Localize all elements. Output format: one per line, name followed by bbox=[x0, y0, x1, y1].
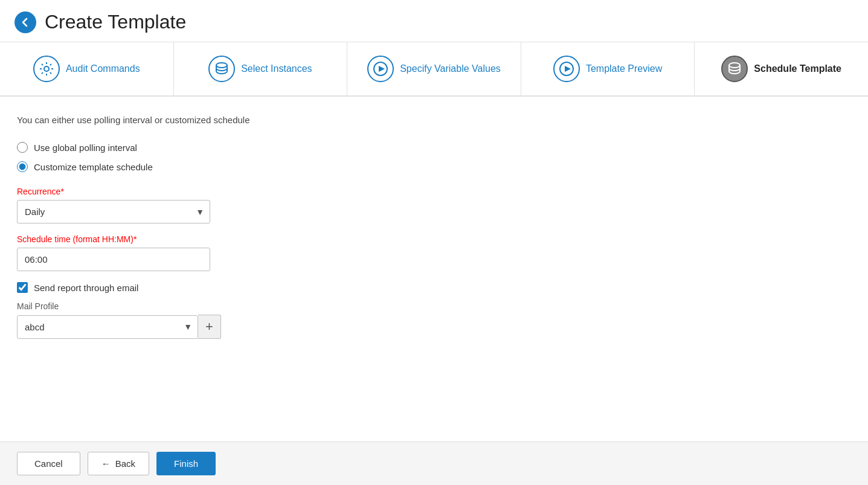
mail-profile-row: abcd ▼ + bbox=[17, 315, 851, 339]
mail-profile-label: Mail Profile bbox=[17, 301, 851, 311]
database-icon bbox=[214, 61, 230, 77]
schedule-time-input[interactable] bbox=[17, 248, 210, 271]
mail-profile-select-wrapper: abcd ▼ bbox=[17, 315, 198, 339]
svg-point-1 bbox=[216, 63, 227, 68]
svg-point-0 bbox=[44, 66, 49, 71]
send-email-checkbox[interactable] bbox=[17, 282, 28, 293]
radio-customize-input[interactable] bbox=[17, 161, 28, 172]
radio-global-polling[interactable]: Use global polling interval bbox=[17, 142, 851, 153]
schedule-time-field: Schedule time (format HH:MM)* bbox=[17, 234, 851, 271]
radio-global-label: Use global polling interval bbox=[34, 143, 137, 153]
database2-icon bbox=[727, 61, 742, 77]
play-circle-icon bbox=[373, 61, 388, 77]
step-specify-variable[interactable]: Specify Variable Values bbox=[347, 42, 521, 95]
recurrence-label: Recurrence* bbox=[17, 187, 851, 196]
play-circle2-icon bbox=[559, 61, 574, 77]
page-header: Create Template bbox=[0, 0, 868, 42]
add-mail-profile-button[interactable]: + bbox=[198, 315, 221, 339]
step-label-schedule: Schedule Template bbox=[754, 63, 841, 74]
step-audit-commands[interactable]: Audit Commands bbox=[0, 42, 174, 95]
step-icon-variable bbox=[367, 56, 394, 82]
info-text: You can either use polling interval or c… bbox=[17, 115, 851, 125]
step-label-variable: Specify Variable Values bbox=[400, 63, 501, 74]
recurrence-field: Recurrence* Daily Weekly Monthly ▼ bbox=[17, 187, 851, 223]
send-email-label: Send report through email bbox=[34, 283, 138, 293]
step-schedule-template[interactable]: Schedule Template bbox=[695, 42, 868, 95]
back-circle-button[interactable] bbox=[14, 11, 36, 33]
recurrence-select[interactable]: Daily Weekly Monthly bbox=[17, 200, 210, 223]
content-area: You can either use polling interval or c… bbox=[0, 97, 868, 387]
page-title: Create Template bbox=[45, 11, 186, 33]
schedule-time-label: Schedule time (format HH:MM)* bbox=[17, 234, 851, 244]
step-select-instances[interactable]: Select Instances bbox=[174, 42, 348, 95]
step-icon-instances bbox=[208, 56, 235, 82]
step-template-preview[interactable]: Template Preview bbox=[521, 42, 695, 95]
radio-customize[interactable]: Customize template schedule bbox=[17, 161, 851, 172]
step-label-instances: Select Instances bbox=[241, 63, 312, 74]
mail-profile-select[interactable]: abcd bbox=[17, 315, 198, 339]
step-label-audit: Audit Commands bbox=[66, 63, 140, 74]
recurrence-select-wrapper: Daily Weekly Monthly ▼ bbox=[17, 200, 210, 223]
svg-marker-5 bbox=[565, 66, 571, 72]
gear-icon bbox=[39, 61, 54, 77]
step-label-preview: Template Preview bbox=[586, 63, 662, 74]
step-icon-preview bbox=[553, 56, 580, 82]
svg-point-6 bbox=[729, 63, 740, 68]
radio-global-input[interactable] bbox=[17, 142, 28, 153]
radio-customize-label: Customize template schedule bbox=[34, 162, 153, 172]
wizard-steps: Audit Commands Select Instances Specify … bbox=[0, 42, 868, 97]
send-email-row: Send report through email bbox=[17, 282, 851, 293]
radio-group: Use global polling interval Customize te… bbox=[17, 142, 851, 172]
step-icon-audit bbox=[33, 56, 60, 82]
step-icon-schedule bbox=[721, 56, 748, 82]
back-circle-icon bbox=[20, 17, 31, 28]
svg-marker-3 bbox=[379, 66, 385, 72]
mail-profile-field: Mail Profile abcd ▼ + bbox=[17, 301, 851, 339]
